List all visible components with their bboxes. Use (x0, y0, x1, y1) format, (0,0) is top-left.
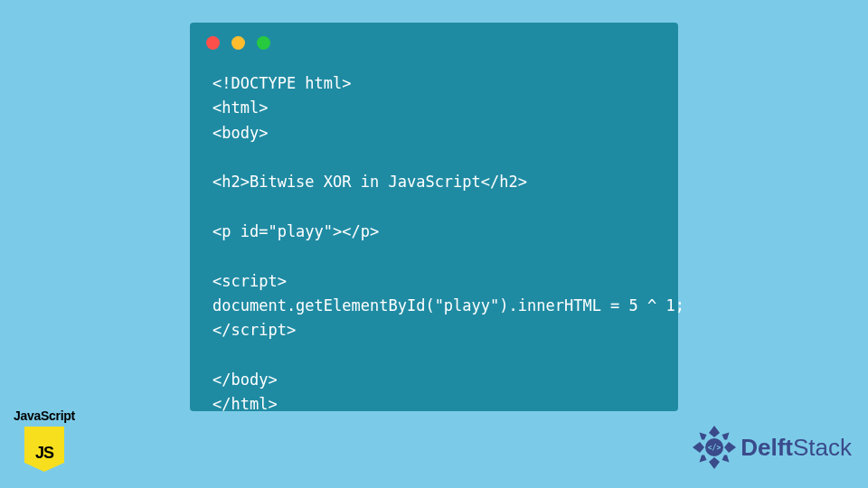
brand-part1: Delft (741, 434, 793, 461)
svg-marker-5 (722, 433, 730, 440)
javascript-badge: JavaScript JS (9, 408, 80, 472)
svg-marker-2 (693, 442, 704, 453)
delftstack-name: DelftStack (741, 434, 852, 462)
javascript-logo-icon: JS (24, 427, 64, 472)
code-content: <!DOCTYPE html> <html> <body> <h2>Bitwis… (212, 74, 684, 413)
window-titlebar (190, 23, 678, 59)
svg-marker-7 (722, 455, 730, 463)
brand-part2: Stack (793, 434, 852, 461)
svg-marker-4 (700, 433, 707, 440)
maximize-dot-icon[interactable] (257, 36, 270, 50)
delftstack-brand: </> DelftStack (692, 425, 852, 470)
svg-marker-3 (724, 442, 736, 453)
svg-text:</>: </> (708, 444, 722, 452)
code-snippet: <!DOCTYPE html> <html> <body> <h2>Bitwis… (190, 59, 678, 436)
svg-marker-1 (709, 457, 720, 469)
close-dot-icon[interactable] (206, 36, 220, 50)
delftstack-logo-icon: </> (692, 425, 737, 470)
javascript-logo-text: JS (24, 444, 64, 463)
svg-marker-6 (700, 455, 707, 463)
svg-marker-0 (709, 426, 720, 437)
minimize-dot-icon[interactable] (231, 36, 245, 50)
code-window: <!DOCTYPE html> <html> <body> <h2>Bitwis… (190, 23, 678, 411)
javascript-label: JavaScript (9, 408, 80, 423)
